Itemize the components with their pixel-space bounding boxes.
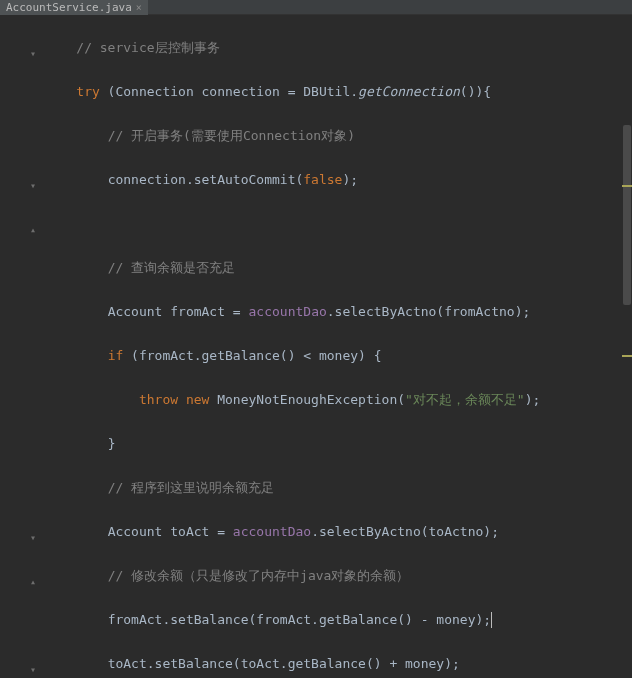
tab-bar: AccountService.java × [0, 0, 632, 15]
gutter[interactable]: ▾ ▾ ▴ ▾ ▴ ▾ [0, 15, 45, 678]
close-icon[interactable]: × [136, 0, 142, 15]
fold-icon[interactable]: ▾ [30, 527, 40, 537]
fold-icon[interactable]: ▾ [30, 43, 40, 53]
fold-icon[interactable]: ▴ [30, 571, 40, 581]
fold-icon[interactable]: ▾ [30, 659, 40, 669]
file-tab[interactable]: AccountService.java × [0, 0, 148, 15]
fold-icon[interactable]: ▴ [30, 219, 40, 229]
scrollbar-marker [622, 355, 632, 357]
code-area[interactable]: // service层控制事务 try (Connection connecti… [45, 15, 540, 678]
scrollbar-marker [622, 185, 632, 187]
scroll-thumb[interactable] [623, 125, 631, 305]
fold-icon[interactable]: ▾ [30, 175, 40, 185]
scrollbar[interactable] [622, 15, 632, 678]
text-caret [491, 612, 492, 628]
tab-filename: AccountService.java [6, 0, 132, 15]
editor[interactable]: ▾ ▾ ▴ ▾ ▴ ▾ // service层控制事务 try (Connect… [0, 15, 632, 678]
